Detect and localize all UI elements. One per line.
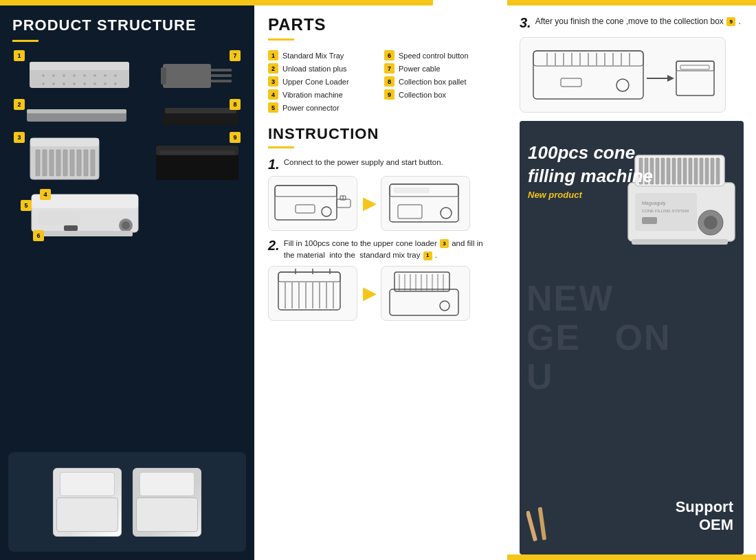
svg-rect-130: [538, 507, 547, 540]
svg-rect-61: [278, 272, 340, 282]
machine-mini-1: [53, 468, 122, 537]
svg-point-45: [122, 221, 130, 229]
promo-line1: 100pcs cone: [528, 142, 653, 165]
svg-rect-1: [30, 62, 129, 70]
svg-point-10: [42, 82, 45, 85]
svg-rect-98: [561, 78, 581, 87]
svg-rect-57: [394, 188, 429, 192]
part-cell-1: 1: [12, 52, 133, 96]
promo-new-product: New product: [528, 190, 653, 200]
step-1-img-a: [268, 176, 357, 231]
svg-rect-20: [211, 74, 232, 77]
svg-marker-101: [667, 75, 674, 82]
part-num-1: 1: [268, 50, 278, 60]
right-content: 3. After you finish the cone ,move to th…: [507, 5, 756, 555]
svg-rect-102: [676, 61, 714, 96]
svg-point-7: [93, 74, 96, 77]
part-cell-3: 3: [12, 133, 106, 185]
part-num-4: 4: [268, 89, 278, 100]
step-3-header: 3. After you finish the cone ,move to th…: [520, 15, 744, 30]
badge-9: 9: [230, 132, 241, 143]
part-cell-machine: 5 4 6: [12, 188, 242, 243]
collection-box-svg: [153, 135, 242, 183]
svg-rect-60: [278, 272, 340, 310]
svg-rect-18: [163, 64, 211, 88]
part-row-4: 4 Vibration machine: [268, 88, 377, 101]
svg-rect-30: [43, 150, 47, 176]
step-2-arrow: ▶: [363, 284, 375, 303]
svg-rect-59: [398, 205, 422, 219]
part-label-6: Speed control button: [399, 52, 469, 60]
svg-rect-119: [705, 158, 709, 184]
part-cell-8: 8: [159, 98, 242, 132]
svg-point-4: [63, 74, 65, 77]
left-top-bar: [0, 0, 254, 5]
part-num-3: 3: [268, 76, 278, 87]
svg-rect-111: [661, 158, 665, 184]
step1-sketch-a: [271, 179, 354, 228]
badge-1: 1: [14, 50, 25, 61]
part-num-7: 7: [384, 63, 394, 74]
svg-rect-117: [694, 158, 698, 184]
svg-rect-48: [275, 186, 337, 220]
parts-title: PARTS: [268, 15, 493, 34]
part-label-4: Vibration machine: [282, 91, 343, 99]
badge-2: 2: [14, 99, 25, 110]
badge-step3-9: 9: [726, 17, 735, 26]
step-3-img: [520, 37, 726, 113]
svg-rect-114: [678, 158, 681, 184]
left-title: PRODUCT STRUCTURE: [12, 16, 242, 34]
parts-row-2: 2 8: [12, 98, 242, 132]
part-row-7: 7 Power cable: [384, 62, 493, 75]
svg-point-2: [42, 74, 45, 77]
svg-rect-50: [296, 205, 315, 213]
svg-point-84: [440, 301, 449, 311]
part-num-5: 5: [268, 102, 278, 113]
svg-rect-113: [672, 158, 676, 184]
plate-svg: [23, 104, 130, 126]
step3-sketch: [526, 41, 719, 109]
svg-rect-47: [36, 231, 133, 236]
step-2-num: 2.: [268, 238, 280, 253]
step-2-text: Fill in 100pcs cone to the upper cone lo…: [284, 238, 493, 262]
instruction-underline: [268, 146, 294, 148]
part-cell-9: 9: [153, 133, 242, 185]
svg-point-58: [441, 208, 452, 219]
part-row-2: 2 Unload station plus: [268, 62, 377, 75]
svg-rect-21: [211, 80, 232, 82]
svg-rect-127: [642, 217, 657, 224]
step-1-images: ▶: [268, 176, 493, 231]
left-content: PRODUCT STRUCTURE 1: [0, 5, 254, 448]
step-1-img-b: [381, 176, 470, 231]
part-label-5: Power connector: [282, 104, 340, 112]
svg-text:CONE FILLING SYSTEM: CONE FILLING SYSTEM: [642, 209, 689, 213]
svg-rect-112: [667, 158, 670, 184]
sticks-decoration: [526, 504, 575, 548]
parts-row-3: 3: [12, 133, 242, 185]
left-title-underline: [12, 40, 38, 42]
part-label-1: Standard Mix Tray: [282, 52, 344, 60]
step-3-num: 3.: [520, 15, 531, 30]
step-1: 1. Connect to the power supply and start…: [268, 157, 493, 231]
part-label-8: Collection box pallet: [399, 78, 466, 86]
step-2-img-a: [268, 266, 357, 321]
part-num-9: 9: [384, 89, 394, 100]
svg-point-6: [83, 74, 86, 77]
part-row-5: 5 Power connector: [268, 101, 377, 114]
badge-step2-3: 3: [440, 239, 449, 248]
machine-top-2: [140, 472, 194, 496]
step2-sketch-b: [384, 269, 467, 318]
badge-7: 7: [230, 50, 241, 61]
svg-rect-26: [165, 108, 236, 113]
promo-box: NEWGE ONU: [520, 121, 744, 555]
badge-8: 8: [230, 99, 241, 110]
loader-svg: [23, 135, 106, 184]
svg-rect-128: [632, 239, 728, 245]
part-label-2: Unload station plus: [282, 65, 347, 73]
svg-point-14: [83, 82, 86, 85]
svg-point-15: [93, 82, 96, 85]
right-top-bar: [507, 0, 756, 5]
badge-5: 5: [21, 200, 32, 211]
svg-rect-31: [49, 150, 54, 176]
parts-col-2: 6 Speed control button 7 Power cable 8 C…: [384, 49, 493, 114]
